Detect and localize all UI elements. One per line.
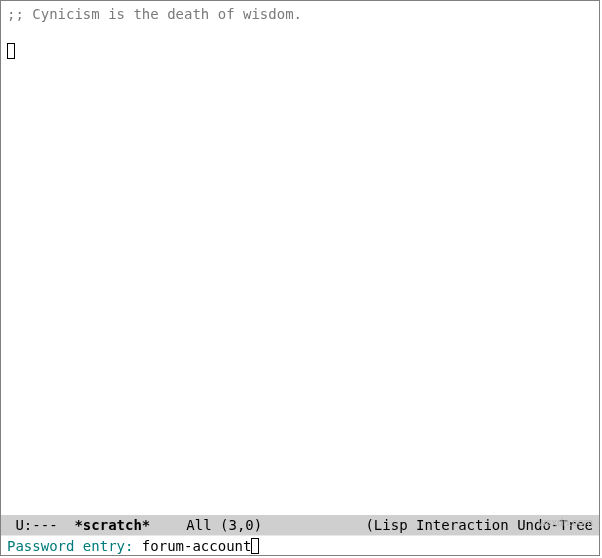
mode-line[interactable]: U:--- *scratch*All (3,0) (Lisp Interacti… xyxy=(1,515,599,535)
emacs-frame: ;; Cynicism is the death of wisdom. U:--… xyxy=(0,0,600,556)
buffer-comment-line: ;; Cynicism is the death of wisdom. xyxy=(7,5,593,23)
mode-line-status: U:--- xyxy=(7,517,74,533)
mode-line-cursor: (3,0) xyxy=(220,517,262,533)
minibuffer-prompt: Password entry: xyxy=(7,536,142,556)
scratch-buffer[interactable]: ;; Cynicism is the death of wisdom. xyxy=(1,1,599,515)
mode-line-left: U:--- *scratch*All (3,0) xyxy=(7,515,262,535)
minibuffer-cursor-icon xyxy=(251,538,259,554)
mode-line-buffer-name: *scratch* xyxy=(74,517,150,533)
mode-line-modes: (Lisp Interaction Undo-Tree xyxy=(365,515,593,535)
mode-line-position: All xyxy=(186,517,211,533)
text-cursor-icon xyxy=(7,43,15,59)
minibuffer-input-value[interactable]: forum-account xyxy=(142,536,252,556)
buffer-cursor-line xyxy=(7,41,593,60)
minibuffer[interactable]: Password entry: forum-account xyxy=(1,535,599,555)
buffer-blank-line xyxy=(7,23,593,41)
